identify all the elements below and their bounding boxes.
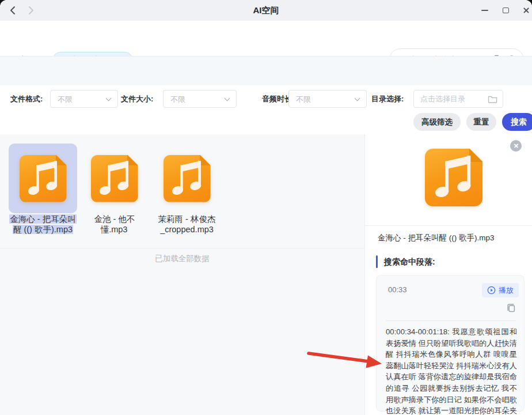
file-item-selected[interactable]: 金海心 - 把耳朵叫 醒 (() 歌手).mp3 bbox=[9, 144, 77, 235]
detail-panel: 金海心 - 把耳朵叫醒 (() 歌手).mp3 搜索命中段落: 00:33 播放… bbox=[364, 134, 532, 415]
file-name: 金海心 - 把耳朵叫 醒 (() 歌手).mp3 bbox=[9, 214, 77, 235]
file-name-line: 茉莉雨 - 林俊杰 bbox=[158, 214, 216, 224]
chevron-down-icon bbox=[106, 96, 112, 101]
file-icon-wrap bbox=[80, 144, 149, 213]
divider bbox=[0, 248, 364, 248]
music-note-icon bbox=[91, 155, 138, 202]
directory-input[interactable] bbox=[420, 90, 484, 107]
file-format-label: 文件格式: bbox=[10, 94, 43, 104]
file-name-line: _cropped.mp3 bbox=[159, 225, 214, 234]
panel-close-icon[interactable] bbox=[510, 140, 522, 152]
file-item[interactable]: 茉莉雨 - 林俊杰 _cropped.mp3 bbox=[153, 144, 221, 235]
audio-duration-select[interactable]: 不限 bbox=[288, 90, 367, 108]
divider bbox=[365, 225, 532, 226]
music-file-icon bbox=[91, 155, 138, 202]
music-note-icon bbox=[425, 149, 482, 206]
file-size-value: 不限 bbox=[170, 95, 185, 105]
chevron-down-icon bbox=[225, 96, 230, 101]
audio-duration-value: 不限 bbox=[296, 95, 311, 105]
file-name: 金池 - 他不懂.mp3 bbox=[80, 214, 149, 235]
play-button[interactable]: 播放 bbox=[482, 283, 519, 297]
app-window: AI空间 搜索词: 带流泪内容的情歌 字幕搜索 文件格式: 不限 文件大小: bbox=[0, 0, 532, 415]
music-note-icon bbox=[164, 155, 211, 202]
file-name-line: 金池 - 他不懂.mp3 bbox=[94, 214, 135, 234]
file-grid: 金海心 - 把耳朵叫 醒 (() 歌手).mp3 bbox=[0, 134, 364, 415]
advanced-filter-button[interactable]: 高级筛选 bbox=[413, 113, 461, 131]
file-size-select[interactable]: 不限 bbox=[163, 90, 237, 108]
music-file-icon bbox=[20, 155, 67, 202]
file-name-line: 醒 (() 歌手).mp3 bbox=[13, 225, 73, 234]
page-title: AI空间 bbox=[0, 5, 532, 16]
play-label: 播放 bbox=[499, 285, 514, 296]
file-name-line: 金海心 - 把耳朵叫 bbox=[9, 214, 76, 224]
title-bar: AI空间 bbox=[0, 0, 532, 21]
file-name: 茉莉雨 - 林俊杰 _cropped.mp3 bbox=[153, 214, 221, 235]
section-title: 搜索命中段落: bbox=[384, 257, 435, 267]
maximize-icon[interactable] bbox=[500, 5, 511, 16]
all-data-loaded-message: 已加载全部数据 bbox=[0, 254, 364, 264]
copy-icon[interactable] bbox=[506, 303, 516, 315]
detail-music-file-icon bbox=[425, 149, 482, 206]
minimize-icon[interactable] bbox=[479, 5, 491, 16]
hit-timestamp: 00:33 bbox=[388, 285, 407, 294]
detail-file-name: 金海心 - 把耳朵叫醒 (() 歌手).mp3 bbox=[378, 233, 530, 243]
section-accent-bar bbox=[376, 255, 378, 268]
close-icon[interactable] bbox=[520, 5, 532, 16]
file-format-value: 不限 bbox=[58, 95, 73, 105]
hit-card: 00:33 播放 00:00:34-00:01:18: 我愿意歌颂祖国和表扬爱情… bbox=[376, 275, 525, 412]
file-format-select[interactable]: 不限 bbox=[50, 90, 118, 108]
file-size-label: 文件大小: bbox=[121, 94, 153, 104]
search-row: 搜索词: 带流泪内容的情歌 bbox=[0, 21, 532, 56]
hit-transcript: 00:00:34-00:01:18: 我愿意歌颂祖国和表扬爱情 但只盼望听我歌唱… bbox=[386, 326, 517, 415]
reset-button[interactable]: 重置 bbox=[466, 113, 496, 131]
filter-area: 文件格式: 不限 文件大小: 不限 音频时长: 不限 目录选择: 高级筛选 重置… bbox=[0, 85, 532, 134]
folder-icon[interactable] bbox=[488, 95, 497, 105]
search-button[interactable]: 搜索 bbox=[502, 113, 532, 131]
directory-picker[interactable] bbox=[413, 90, 503, 108]
file-item[interactable]: 金池 - 他不懂.mp3 bbox=[80, 144, 149, 235]
directory-label: 目录选择: bbox=[371, 94, 404, 104]
divider bbox=[386, 320, 516, 321]
music-note-icon bbox=[20, 155, 67, 202]
music-file-icon bbox=[164, 155, 211, 202]
file-icon-wrap bbox=[153, 144, 221, 213]
chevron-down-icon bbox=[355, 96, 360, 101]
file-icon-wrap bbox=[9, 144, 77, 213]
tab-band: 字幕搜索 bbox=[0, 56, 532, 85]
play-icon bbox=[487, 286, 496, 295]
